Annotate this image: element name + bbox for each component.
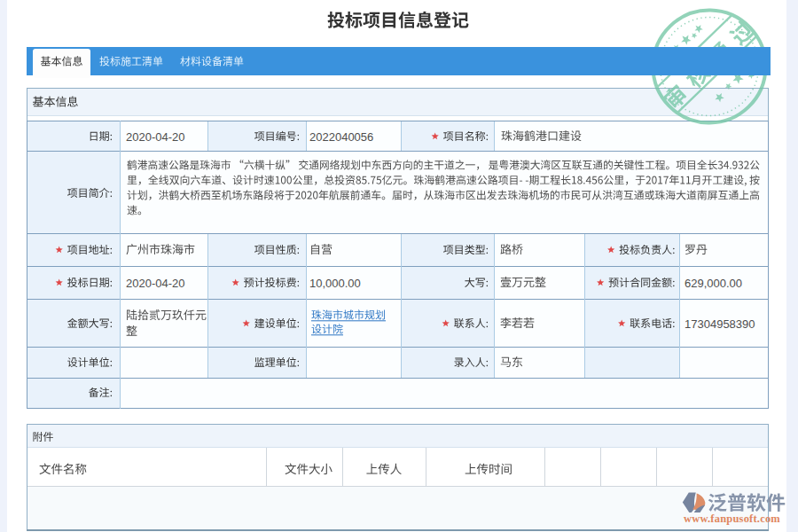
- svg-text:10,000.00: 10,000.00: [309, 277, 361, 290]
- svg-text:17304958390: 17304958390: [685, 317, 755, 331]
- svg-text:2020-04-20: 2020-04-20: [126, 130, 185, 144]
- svg-text:2022040056: 2022040056: [309, 130, 373, 144]
- svg-text:www.fanpusoft.com: www.fanpusoft.com: [684, 512, 780, 525]
- svg-text:2020-04-20: 2020-04-20: [126, 277, 185, 290]
- svg-text:629,000.00: 629,000.00: [685, 277, 742, 290]
